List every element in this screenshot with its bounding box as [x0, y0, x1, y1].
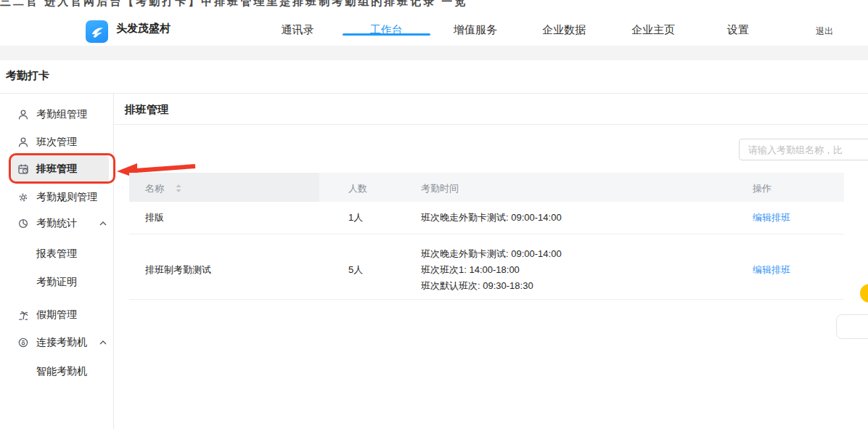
sidebar-divider [113, 94, 114, 429]
sidebar-item-label: 考勤统计 [36, 217, 77, 230]
row-divider [129, 234, 844, 234]
column-header-count: 人数 [348, 182, 367, 195]
chevron-up-icon[interactable] [99, 221, 107, 226]
row-name: 排版 [145, 211, 164, 224]
column-header-attendance-time: 考勤时间 [421, 182, 459, 195]
clipped-text-line: 三二官 进入官网后台【考勤打卡】中排班管理里是排班制考勤组的排班记录 一览 [0, 0, 868, 8]
dingtalk-logo-icon[interactable] [86, 20, 108, 43]
sidebar-item-label: 连接考勤机 [36, 336, 87, 349]
heading-divider [114, 124, 868, 125]
logout-button[interactable]: 退出 [816, 25, 833, 38]
sidebar-item-report-mgmt[interactable]: 报表管理 [0, 245, 113, 263]
nav-tab-enterprise-homepage[interactable]: 企业主页 [631, 23, 675, 37]
column-header-name[interactable]: 名称 [145, 182, 164, 195]
nav-tab-value-added-services[interactable]: 增值服务 [454, 23, 497, 37]
sidebar-item-label: 班次管理 [36, 136, 77, 149]
row-attendance-time: 班次晚走外勤卡测试: 09:00-14:00 [421, 211, 562, 224]
edit-schedule-link[interactable]: 编辑排班 [753, 211, 790, 224]
sidebar-item-holiday-mgmt[interactable]: 假期管理 [0, 306, 113, 324]
row-count: 5人 [348, 263, 363, 277]
sidebar-item-smart-attendance-machine[interactable]: 智能考勤机 [0, 363, 113, 380]
section-heading: 排班管理 [125, 103, 168, 117]
nav-tab-settings[interactable]: 设置 [727, 23, 749, 37]
sort-arrows-icon[interactable] [176, 184, 181, 192]
app-window: 三二官 进入官网后台【考勤打卡】中排班管理里是排班制考勤组的排班记录 一览 头发… [0, 0, 868, 429]
palm-tree-icon [17, 309, 29, 321]
sidebar-item-label: 考勤证明 [36, 276, 77, 289]
sidebar-item-attendance-statistics[interactable]: 考勤统计 [0, 215, 113, 232]
navbar-bottom-strip [0, 46, 868, 60]
sidebar-item-label: 假期管理 [36, 309, 77, 322]
sidebar-item-label: 考勤规则管理 [36, 191, 97, 204]
page-title: 考勤打卡 [6, 69, 49, 83]
notification-badge[interactable] [860, 284, 868, 303]
sidebar-item-attendance-group-mgmt[interactable]: 考勤组管理 [0, 106, 113, 123]
row-name: 排班制考勤测试 [145, 263, 211, 277]
sidebar-item-attendance-certificate[interactable]: 考勤证明 [0, 274, 113, 291]
sidebar-item-label: 报表管理 [36, 248, 77, 261]
sidebar-item-connect-attendance-machine[interactable]: 连接考勤机 [0, 334, 113, 351]
nav-tab-contacts[interactable]: 通讯录 [282, 23, 314, 37]
clipped-background-text: 三二官 进入官网后台【考勤打卡】中排班管理里是排班制考勤组的排班记录 一览 [0, 0, 868, 8]
active-tab-underline [343, 33, 430, 36]
nav-tab-enterprise-data[interactable]: 企业数据 [542, 23, 586, 37]
title-divider [0, 93, 868, 94]
person-icon [17, 136, 29, 148]
chevron-up-icon[interactable] [99, 340, 107, 345]
top-navbar: 头发茂盛村 通讯录 工作台 增值服务 企业数据 企业主页 设置 退出 [0, 9, 868, 46]
sidebar-item-shift-mgmt[interactable]: 班次管理 [0, 134, 113, 151]
partial-button-cutoff[interactable] [836, 314, 868, 339]
row-divider [129, 299, 844, 300]
row-count: 1人 [348, 211, 363, 224]
row-attendance-time: 班次班次1: 14:00-18:00 [421, 263, 520, 277]
row-attendance-time: 班次晚走外勤卡测试: 09:00-14:00 [421, 248, 562, 261]
gear-icon [17, 192, 29, 203]
edit-schedule-link[interactable]: 编辑排班 [753, 263, 790, 277]
attendance-machine-icon [17, 337, 29, 348]
search-input[interactable] [739, 139, 868, 160]
annotation-red-box [9, 153, 115, 184]
pie-chart-icon [17, 218, 29, 229]
company-name[interactable]: 头发茂盛村 [116, 22, 171, 36]
sidebar-item-attendance-rules-mgmt[interactable]: 考勤规则管理 [0, 189, 113, 206]
sidebar-item-label: 考勤组管理 [36, 108, 87, 121]
person-icon [17, 109, 29, 120]
wing-glyph [89, 24, 105, 40]
sidebar-item-label: 智能考勤机 [36, 365, 87, 378]
row-attendance-time: 班次默认班次: 09:30-18:30 [421, 279, 533, 293]
column-header-actions: 操作 [753, 182, 771, 195]
